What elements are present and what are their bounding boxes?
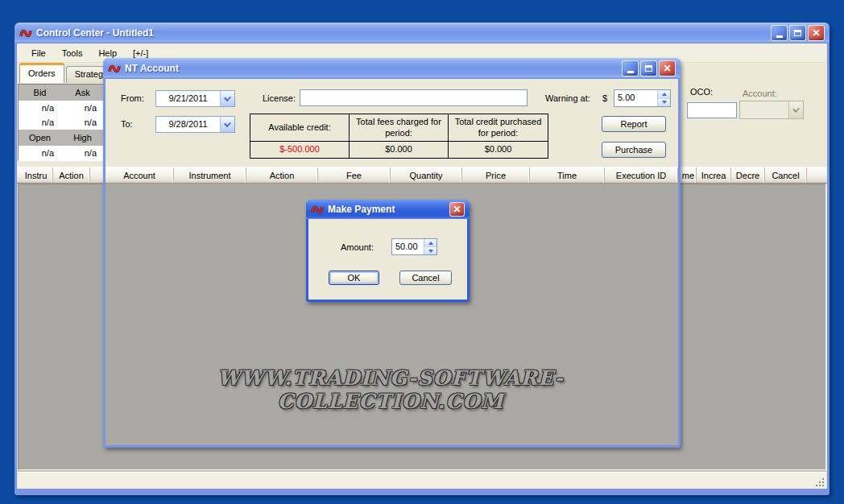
make-payment-titlebar[interactable]: Make Payment ✕	[306, 200, 470, 219]
report-button[interactable]: Report	[602, 116, 666, 132]
menu-tools[interactable]: Tools	[54, 45, 91, 61]
open-value: n/a	[19, 146, 61, 160]
ask-header: Ask	[61, 85, 104, 101]
menu-file[interactable]: File	[23, 45, 54, 61]
col-action[interactable]: Action	[53, 167, 90, 183]
col-time-trunc[interactable]: me	[681, 167, 697, 183]
resize-grip[interactable]	[814, 477, 825, 487]
nt-logo-icon	[108, 63, 121, 74]
chevron-down-icon	[788, 101, 803, 118]
from-date-value: 9/21/2011	[156, 91, 220, 106]
col-cancel[interactable]: Cancel	[765, 167, 807, 183]
currency-label: $	[602, 93, 607, 103]
spin-down-button[interactable]	[424, 246, 436, 254]
total-purchased-header: Total credit purchased for period:	[449, 114, 548, 141]
col-instrument[interactable]: Instru	[19, 167, 53, 183]
col-increase[interactable]: Increa	[697, 167, 731, 183]
account-label: Account:	[743, 89, 777, 98]
ask-value: n/a	[61, 101, 104, 115]
license-label: License:	[263, 93, 296, 103]
col-instrument[interactable]: Instrument	[174, 167, 246, 183]
spin-up-button[interactable]	[424, 239, 436, 246]
purchase-button[interactable]: Purchase	[602, 142, 666, 158]
high-value: n/a	[61, 146, 104, 160]
ok-button[interactable]: OK	[329, 271, 379, 285]
credit-header-row: Available credit: Total fees charged for…	[250, 114, 548, 141]
bid-value: n/a	[19, 115, 61, 130]
window-title: Control Center - Untitled1	[36, 27, 771, 39]
warning-at-label: Warning at:	[545, 93, 590, 103]
amount-label: Amount:	[341, 242, 374, 252]
total-fees-header: Total fees charged for period:	[350, 114, 449, 141]
total-purchased-value: $0.000	[449, 141, 548, 158]
high-header: High	[61, 130, 104, 146]
bid-header: Bid	[19, 85, 61, 101]
spin-up-button[interactable]	[658, 90, 670, 98]
amount-value: 50.00	[392, 239, 424, 254]
available-credit-header: Available credit:	[250, 114, 350, 141]
account-combo[interactable]	[739, 101, 804, 119]
control-center-titlebar[interactable]: Control Center - Untitled1 ✕	[14, 23, 830, 43]
license-input[interactable]	[300, 89, 528, 106]
col-price[interactable]: Price	[462, 167, 530, 183]
available-credit-value: $-500.000	[250, 141, 350, 158]
maximize-button[interactable]	[640, 60, 657, 76]
to-date-combo[interactable]: 9/28/2011	[155, 116, 235, 133]
open-header: Open	[19, 130, 61, 146]
spin-down-button[interactable]	[658, 98, 670, 107]
col-time[interactable]: Time	[530, 167, 605, 183]
col-account[interactable]: Account	[106, 167, 174, 183]
to-label: To:	[121, 119, 133, 129]
make-payment-client: Amount: 50.00 OK Cancel	[308, 219, 467, 300]
oco-input[interactable]	[687, 102, 737, 118]
dialog-title: Make Payment	[328, 204, 449, 215]
col-execution-id[interactable]: Execution ID	[605, 167, 678, 183]
bid-value: n/a	[19, 101, 61, 115]
to-date-value: 9/28/2011	[156, 117, 220, 132]
ask-value: n/a	[61, 115, 104, 130]
from-date-combo[interactable]: 9/21/2011	[155, 90, 235, 107]
nt-account-titlebar[interactable]: NT Account ✕	[103, 58, 681, 79]
warning-amount-spinner[interactable]: 5.00	[614, 89, 671, 107]
minimize-button[interactable]	[622, 60, 639, 76]
tab-orders[interactable]: Orders	[19, 63, 64, 83]
dialog-title: NT Account	[125, 63, 622, 74]
amount-spinner[interactable]: 50.00	[391, 238, 437, 255]
account-combo-value	[740, 101, 788, 118]
minimize-button[interactable]	[771, 25, 788, 41]
chevron-down-icon[interactable]	[220, 117, 234, 132]
col-action[interactable]: Action	[246, 167, 318, 183]
cancel-button[interactable]: Cancel	[399, 271, 452, 285]
col-decrease[interactable]: Decre	[731, 167, 765, 183]
total-fees-value: $0.000	[350, 141, 449, 158]
col-fee[interactable]: Fee	[318, 167, 391, 183]
watermark-text: WWW.TRADING-SOFTWARE-COLLECTION.COM	[105, 366, 676, 413]
nt-logo-icon	[19, 27, 32, 39]
close-button[interactable]: ✕	[659, 60, 676, 76]
make-payment-dialog: Make Payment ✕ Amount: 50.00 OK Cancel	[306, 200, 470, 302]
warning-amount-value: 5.00	[614, 90, 657, 106]
fees-grid-header: Account Instrument Action Fee Quantity P…	[106, 167, 678, 184]
credit-summary-table: Available credit: Total fees charged for…	[250, 114, 548, 159]
close-button[interactable]: ✕	[808, 25, 825, 41]
oco-label: OCO:	[690, 87, 713, 97]
maximize-button[interactable]	[789, 25, 806, 41]
close-button[interactable]: ✕	[449, 202, 465, 217]
from-label: From:	[121, 93, 144, 103]
nt-logo-icon	[311, 204, 324, 215]
col-quantity[interactable]: Quantity	[391, 167, 462, 183]
credit-value-row: $-500.000 $0.000 $0.000	[250, 141, 548, 158]
status-bar	[18, 472, 826, 489]
desktop: { "window": { "title": "Control Center -…	[0, 0, 844, 504]
chevron-down-icon[interactable]	[220, 91, 234, 106]
